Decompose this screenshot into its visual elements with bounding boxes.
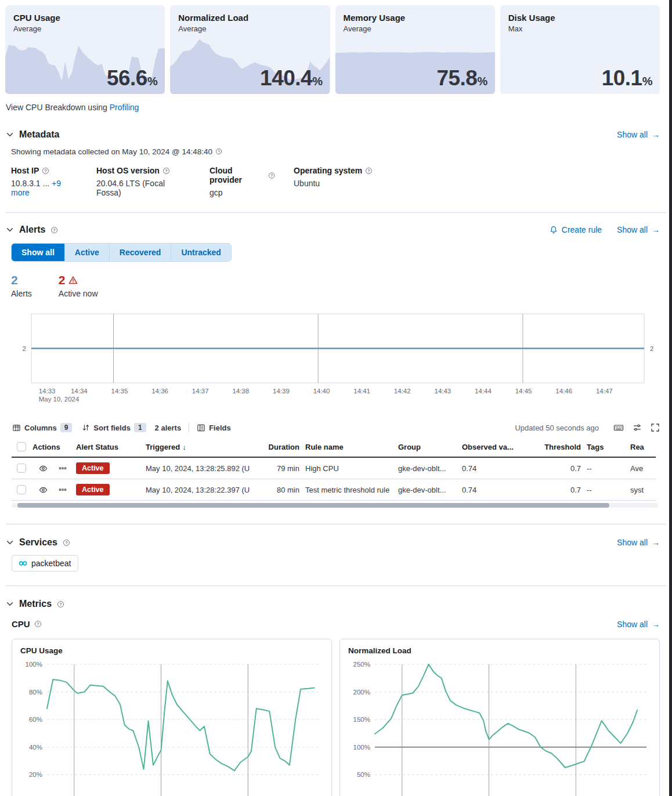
alerts-stats: 2 Alerts 2 Active now [11,273,672,298]
view-details-eye-icon[interactable] [38,464,48,473]
arrow-right-icon: → [652,620,660,629]
help-icon[interactable]: ? [34,620,42,628]
services-title-group[interactable]: Services ? [6,537,70,548]
metadata-field-host-ip: Host IP ? 10.8.3.1 ... +9 more [11,166,78,197]
kpi-card-memory-usage[interactable]: Memory Usage Average 75.8% [335,5,495,94]
svg-text:14:33: 14:33 [39,388,56,395]
tab-active[interactable]: Active [65,244,110,261]
view-details-eye-icon[interactable] [38,486,48,494]
services-show-all-link[interactable]: Show all→ [617,538,660,547]
cpu-usage-chart-panel[interactable]: CPU Usage 0%20%40%60%80%100%14:3514:4014… [12,639,332,796]
header-rule-name[interactable]: Rule name [305,443,398,451]
fullscreen-button[interactable] [651,423,660,432]
service-chip-packetbeat[interactable]: packetbeat [12,555,78,571]
kpi-card-normalized-load[interactable]: Normalized Load Average 140.4% [170,5,330,94]
svg-text:?: ? [45,168,47,172]
header-tags[interactable]: Tags [587,443,630,451]
svg-text:150%: 150% [353,716,370,723]
help-icon[interactable]: ? [50,226,58,234]
status-badge[interactable]: Active [76,484,110,495]
alert-table-row[interactable]: Active May 10, 2024, 13:28:25.892 (U 79 … [12,458,656,479]
svg-text:?: ? [59,602,62,606]
chevron-down-icon[interactable] [6,131,14,139]
help-icon[interactable]: ? [42,167,49,175]
header-group[interactable]: Group [398,443,462,451]
chevron-down-icon[interactable] [6,538,14,547]
kpi-title: CPU Usage [13,13,157,23]
svg-text:50%: 50% [357,771,370,778]
svg-text:?: ? [37,622,39,626]
svg-text:14:37: 14:37 [192,388,209,395]
row-checkbox[interactable] [17,464,26,473]
kpi-card-disk-usage[interactable]: Disk Usage Max 10.1% [500,5,660,94]
svg-text:60%: 60% [29,716,42,723]
keyboard-shortcuts-button[interactable] [613,423,624,432]
columns-count-badge: 9 [60,423,73,432]
alerts-table-header-row: Actions Alert Status Triggered↓ Duration… [12,439,656,458]
normalized-load-line-chart[interactable]: 0%50%100%150%200%250%14:3514:4014:4514:3… [348,660,651,796]
metadata-field-os-version: Host OS version ? 20.04.6 LTS (Focal Fos… [96,166,191,197]
kpi-card-cpu-usage[interactable]: CPU Usage Average 56.6% [5,5,165,94]
header-actions[interactable]: Actions [32,443,76,451]
svg-text:14:46: 14:46 [555,388,572,395]
tab-recovered[interactable]: Recovered [110,244,172,261]
cell-duration: 80 min [265,486,305,494]
cell-reason: Ave [630,464,656,473]
fields-button[interactable]: Fields [197,424,231,432]
cpu-metrics-subheader: CPU ? Show all→ [12,619,660,629]
cell-triggered: May 10, 2024, 13:28:25.892 (U [146,464,265,473]
columns-button[interactable]: Columns 9 [12,423,72,432]
alerts-timeline-chart[interactable]: 2214:3314:3414:3514:3614:3714:3814:3914:… [8,311,664,405]
more-actions-icon[interactable] [59,464,67,472]
help-icon[interactable]: ? [63,539,70,547]
profiling-link[interactable]: Profiling [110,103,139,112]
select-all-checkbox[interactable] [17,442,26,451]
chevron-down-icon[interactable] [6,600,14,608]
header-duration[interactable]: Duration [265,443,305,451]
metadata-field-operating-system: Operating system ? Ubuntu [294,166,373,197]
normalized-load-chart-panel[interactable]: Normalized Load 0%50%100%150%200%250%14:… [339,639,660,796]
header-alert-status[interactable]: Alert Status [76,443,146,451]
more-actions-icon[interactable] [59,486,67,494]
alert-table-row[interactable]: Active May 10, 2024, 13:28:22.397 (U 80 … [12,479,656,501]
chevron-down-icon[interactable] [6,226,14,234]
svg-text:14:45: 14:45 [515,388,532,395]
kpi-subtitle: Average [13,24,165,33]
svg-text:14:42: 14:42 [394,388,411,395]
cpu-usage-line-chart[interactable]: 0%20%40%60%80%100%14:3514:4014:4514:30Ma… [20,660,323,796]
cell-threshold: 0.7 [532,464,587,473]
svg-text:100%: 100% [26,661,42,668]
metadata-title-group[interactable]: Metadata [6,129,59,140]
header-observed-value[interactable]: Observed va... [462,443,532,451]
alerts-show-all-link[interactable]: Show all→ [617,225,660,234]
row-checkbox[interactable] [17,485,26,494]
svg-text:40%: 40% [29,744,42,751]
kpi-value: 10.1% [602,66,652,91]
cell-group: gke-dev-oblt... [398,464,462,473]
header-triggered[interactable]: Triggered↓ [146,443,265,451]
help-icon[interactable]: ? [365,167,373,175]
help-icon[interactable]: ? [162,167,170,175]
alerts-total-stat: 2 Alerts [11,273,32,298]
header-threshold[interactable]: Threshold [532,443,587,451]
metrics-title-group[interactable]: Metrics ? [6,599,64,609]
display-options-button[interactable] [633,423,642,432]
sort-fields-button[interactable]: Sort fields 1 [82,423,146,432]
cell-duration: 79 min [265,464,305,473]
metadata-show-all-link[interactable]: Show all→ [617,130,660,139]
metrics-show-all-link[interactable]: Show all→ [617,620,660,629]
create-rule-button[interactable]: Create rule [550,225,602,234]
services-title: Services [19,537,57,548]
header-reason[interactable]: Rea [630,443,656,451]
tab-untracked[interactable]: Untracked [171,244,230,261]
svg-text:14:44: 14:44 [475,388,492,395]
alerts-table-toolbar: Columns 9 Sort fields 1 2 alerts Fields … [12,423,660,432]
help-icon[interactable]: ? [268,172,275,179]
sliders-icon [633,423,642,432]
status-badge[interactable]: Active [76,462,110,474]
help-icon[interactable]: ? [57,600,64,608]
tab-show-all[interactable]: Show all [12,244,65,261]
kpi-value: 75.8% [436,66,487,91]
table-horizontal-scrollbar[interactable] [17,503,609,508]
alerts-title-group[interactable]: Alerts ? [6,225,58,235]
